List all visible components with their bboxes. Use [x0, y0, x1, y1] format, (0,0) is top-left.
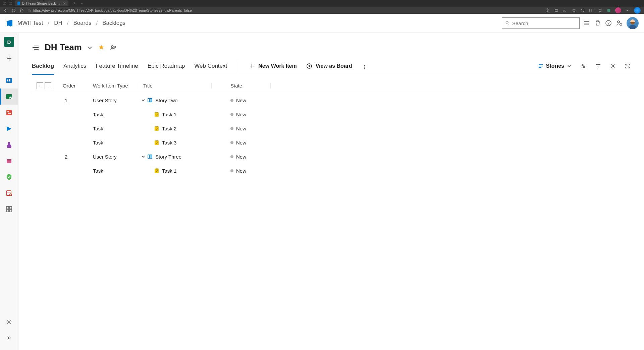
cell-title[interactable]: Task 3 [161, 140, 230, 145]
more-actions-icon[interactable] [362, 64, 368, 70]
cell-title[interactable]: Story Three [154, 154, 230, 160]
tab-divider [238, 60, 238, 74]
col-header-order[interactable]: Order [56, 83, 93, 89]
refresh-icon[interactable] [11, 8, 16, 13]
rail-new[interactable] [0, 50, 18, 66]
browser-tab[interactable]: DH Team Stories Backlog - Board [15, 0, 68, 6]
svg-point-10 [581, 9, 584, 12]
filter-icon[interactable] [595, 63, 601, 69]
favorite-star-icon[interactable] [98, 44, 105, 51]
tab-epic-roadmap[interactable]: Epic Roadmap [148, 59, 185, 75]
rail-artifacts[interactable] [0, 153, 18, 169]
fullscreen-icon[interactable] [625, 63, 631, 69]
user-avatar[interactable] [627, 17, 639, 29]
team-members-icon[interactable] [110, 44, 117, 51]
rail-compliance[interactable] [0, 169, 18, 185]
sync-icon[interactable] [580, 8, 585, 13]
extension-icon[interactable] [606, 8, 611, 13]
collapse-all-button[interactable]: − [45, 82, 51, 89]
zoom-icon[interactable] [545, 8, 550, 13]
backlog-grid: + − Order Work Item Type Title State 1Us… [32, 78, 631, 178]
svg-rect-35 [7, 79, 8, 81]
tab-web-context[interactable]: Web Context [194, 59, 227, 75]
cell-title[interactable]: Story Two [154, 98, 230, 103]
col-header-type[interactable]: Work Item Type [93, 83, 139, 89]
col-header-title[interactable]: Title [139, 83, 212, 89]
table-row[interactable]: TaskTask 1New [32, 107, 631, 121]
list-icon [537, 63, 543, 69]
back-icon[interactable] [3, 8, 8, 13]
table-row[interactable]: TaskTask 3New [32, 135, 631, 150]
svg-line-74 [628, 66, 629, 68]
work-items-icon[interactable] [584, 20, 590, 26]
bing-icon[interactable] [634, 7, 641, 14]
cell-order: 2 [56, 154, 93, 160]
cell-title[interactable]: Task 2 [161, 126, 230, 131]
project-initial: D [7, 39, 11, 45]
collections-icon[interactable]: + [598, 8, 602, 13]
rail-settings[interactable] [0, 314, 18, 330]
cell-title[interactable]: Task 1 [161, 112, 230, 117]
marketplace-icon[interactable] [594, 20, 601, 26]
backlog-level-dropdown[interactable]: Stories [537, 63, 572, 69]
breadcrumb-project[interactable]: DH [54, 20, 62, 26]
help-icon[interactable]: ? [605, 20, 612, 26]
svg-text:+: + [601, 8, 602, 10]
azure-devops-logo[interactable] [5, 19, 13, 27]
home-icon[interactable] [19, 8, 24, 13]
breadcrumb-backlogs[interactable]: Backlogs [102, 20, 125, 26]
table-row[interactable]: TaskTask 2New [32, 121, 631, 135]
app-header: MWITTest / DH / Boards / Backlogs ? [0, 14, 644, 33]
hamburger-icon[interactable] [32, 44, 39, 51]
rail-expand[interactable] [0, 330, 18, 346]
chevron-down-icon[interactable] [141, 98, 146, 103]
user-settings-icon[interactable] [616, 20, 623, 26]
breadcrumb-org[interactable]: MWITTest [17, 20, 43, 26]
profile-icon[interactable] [615, 7, 621, 13]
rail-boards[interactable] [0, 89, 18, 105]
tab-panel-icon[interactable] [9, 2, 12, 5]
task-icon [154, 112, 161, 117]
rail-repos[interactable] [0, 105, 18, 121]
tab-analytics[interactable]: Analytics [63, 59, 86, 75]
tab-overview-icon[interactable] [3, 2, 6, 5]
search-input[interactable] [512, 20, 576, 26]
svg-point-72 [612, 65, 614, 67]
tab-feature-timeline[interactable]: Feature Timeline [96, 59, 138, 75]
chevron-down-icon[interactable] [87, 45, 93, 50]
rail-overview[interactable] [0, 72, 18, 89]
settings-gear-icon[interactable] [610, 63, 616, 69]
breadcrumb-boards[interactable]: Boards [73, 20, 92, 26]
tab-backlog[interactable]: Backlog [32, 59, 54, 75]
table-row[interactable]: 2User StoryStory ThreeNew [32, 150, 631, 164]
pipelines-icon [5, 125, 13, 132]
new-tab-button[interactable]: + [71, 1, 77, 6]
column-options-icon[interactable] [580, 63, 586, 69]
state-dot-icon [230, 99, 233, 102]
rail-wiki[interactable] [0, 185, 18, 201]
team-name[interactable]: DH Team [45, 42, 82, 53]
favorite-icon[interactable] [572, 8, 576, 13]
close-icon[interactable] [63, 2, 66, 5]
tab-menu-icon[interactable] [80, 2, 84, 5]
table-row[interactable]: 1User StoryStory TwoNew [32, 93, 631, 107]
expand-all-button[interactable]: + [37, 82, 43, 89]
split-icon[interactable] [589, 8, 594, 13]
url-box[interactable]: https://dev.azure.com/MWITTest/DH/_backl… [28, 8, 542, 12]
cell-title[interactable]: Task 1 [161, 168, 230, 174]
table-row[interactable]: TaskTask 1New [32, 164, 631, 178]
view-as-board-button[interactable]: View as Board [306, 63, 352, 71]
rail-pipelines[interactable] [0, 121, 18, 137]
left-nav-rail: D [0, 33, 18, 350]
text-size-icon[interactable]: Aa [563, 8, 568, 13]
svg-point-58 [114, 46, 115, 48]
project-badge[interactable]: D [4, 37, 14, 47]
shopping-icon[interactable] [554, 8, 559, 13]
chevron-down-icon[interactable] [141, 154, 146, 159]
more-icon[interactable] [625, 8, 630, 13]
search-box[interactable] [502, 17, 580, 29]
rail-dashboards[interactable] [0, 201, 18, 217]
col-header-state[interactable]: State [230, 83, 271, 89]
rail-testplans[interactable] [0, 137, 18, 153]
new-work-item-button[interactable]: New Work Item [249, 63, 297, 71]
